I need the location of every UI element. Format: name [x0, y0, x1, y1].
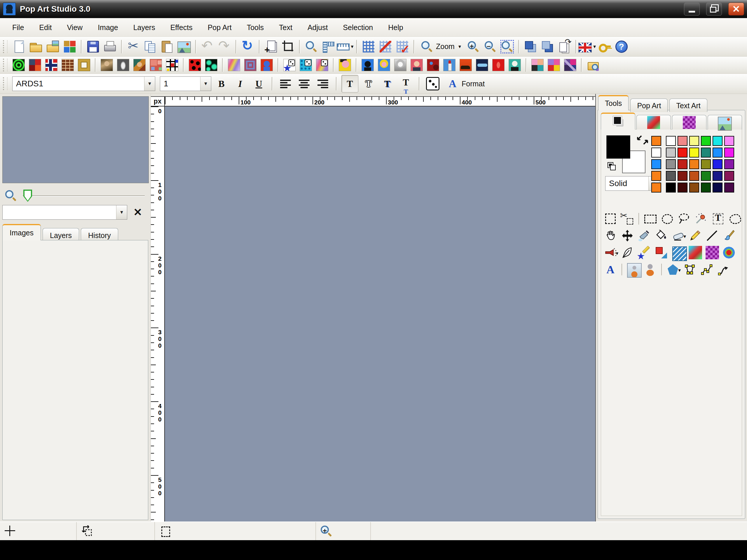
- palette-swatch[interactable]: [666, 171, 676, 181]
- zoom-out-button[interactable]: [482, 38, 499, 55]
- menu-item-image[interactable]: Image: [90, 18, 126, 36]
- insert-image-button[interactable]: [176, 38, 192, 55]
- brush-tool[interactable]: [722, 229, 736, 243]
- effect-che-blue-button[interactable]: [362, 59, 374, 71]
- menu-item-text[interactable]: Text: [272, 18, 300, 36]
- text-plain-button[interactable]: T: [341, 75, 358, 92]
- effect-car-red-button[interactable]: [460, 59, 472, 71]
- fill-tab-gradient-fill[interactable]: [637, 115, 671, 130]
- select-text-tool[interactable]: [711, 211, 725, 226]
- palette-swatch[interactable]: [724, 183, 734, 192]
- effect-ghost-button[interactable]: [117, 59, 129, 71]
- palette-swatch[interactable]: [651, 148, 661, 158]
- copy-button[interactable]: [142, 38, 159, 55]
- fill-tab-texture[interactable]: [707, 115, 742, 130]
- chevron-down-icon[interactable]: ▼: [677, 268, 681, 273]
- duplicate-page-button[interactable]: [556, 38, 573, 55]
- text-tool-tool[interactable]: A: [603, 262, 617, 277]
- palette-swatch[interactable]: [677, 148, 688, 158]
- effect-red-figure-button[interactable]: [492, 59, 505, 71]
- effect-mondrian-button[interactable]: [166, 59, 178, 71]
- images-panel-body[interactable]: [2, 240, 148, 520]
- palette-swatch[interactable]: [651, 183, 661, 192]
- rotate-button[interactable]: [239, 38, 256, 55]
- magic-wand-tool[interactable]: [694, 211, 708, 226]
- close-button[interactable]: [728, 3, 744, 16]
- shapes-tool[interactable]: [654, 245, 668, 260]
- art-pen-tool[interactable]: [620, 245, 634, 260]
- italic-button[interactable]: I: [232, 75, 249, 92]
- palette-swatch[interactable]: [689, 183, 699, 192]
- effect-browse-button[interactable]: [587, 59, 599, 71]
- grid-check-button[interactable]: [394, 38, 411, 55]
- palette-swatch[interactable]: [701, 171, 711, 181]
- effect-marilyn-gray-button[interactable]: [394, 59, 407, 71]
- palette-swatch[interactable]: [713, 171, 722, 181]
- paint-bucket-tool[interactable]: [654, 229, 668, 243]
- cut-button[interactable]: [125, 38, 142, 55]
- palette-swatch[interactable]: [713, 148, 722, 158]
- effect-marilyn-blue-button[interactable]: [378, 59, 390, 71]
- hand-tool[interactable]: [603, 229, 617, 243]
- gradient-fill-tool[interactable]: [688, 245, 702, 260]
- underline-button[interactable]: U: [250, 75, 267, 92]
- chevron-down-icon[interactable]: ▼: [615, 251, 619, 256]
- effect-lichtenstein-button[interactable]: [339, 59, 351, 71]
- marquee-rectangle-tool[interactable]: [643, 211, 657, 226]
- ruler-corner-button[interactable]: [320, 38, 337, 55]
- palette-swatch[interactable]: [701, 183, 711, 192]
- palette-swatch[interactable]: [713, 136, 722, 146]
- align-left-button[interactable]: [277, 75, 294, 92]
- tab-tools[interactable]: Tools: [598, 95, 628, 110]
- pattern-fill-tool[interactable]: [705, 245, 719, 260]
- chevron-down-icon[interactable]: ▼: [144, 77, 155, 91]
- order-backward-button[interactable]: [539, 38, 556, 55]
- new-page-button[interactable]: [263, 38, 280, 55]
- polygon-shape-tool[interactable]: ▼: [666, 262, 680, 277]
- crop-button[interactable]: [280, 38, 297, 55]
- paste-button[interactable]: [159, 38, 176, 55]
- zoom-slider-track[interactable]: [23, 195, 145, 196]
- palette-swatch[interactable]: [651, 171, 661, 181]
- text-size-button[interactable]: T: [397, 75, 414, 92]
- effect-quad-dark-button[interactable]: [564, 59, 576, 71]
- ruler-button[interactable]: ▼: [337, 38, 354, 55]
- palette-swatch[interactable]: [701, 136, 711, 146]
- effect-quad-pink-button[interactable]: [531, 59, 544, 71]
- new-button[interactable]: [10, 38, 27, 55]
- line-tool[interactable]: [705, 229, 719, 243]
- palette-swatch[interactable]: [689, 171, 699, 181]
- effect-quad-purple-button[interactable]: [548, 59, 560, 71]
- palette-swatch[interactable]: [713, 159, 722, 169]
- palette-swatch[interactable]: [666, 159, 676, 169]
- zoom-window-button[interactable]: [303, 38, 320, 55]
- palette-swatch[interactable]: [666, 148, 676, 158]
- canvas[interactable]: [165, 106, 595, 522]
- palette-swatch[interactable]: [689, 136, 699, 146]
- format-button[interactable]: AFormat: [443, 75, 488, 92]
- target-tool[interactable]: [722, 245, 736, 260]
- menu-item-adjust[interactable]: Adjust: [300, 18, 335, 36]
- palette-swatch[interactable]: [677, 136, 688, 146]
- grid-diagonal-button[interactable]: [377, 38, 394, 55]
- order-forward-button[interactable]: [522, 38, 539, 55]
- menu-item-pop-art[interactable]: Pop Art: [200, 18, 239, 36]
- toolbar-grip[interactable]: [3, 59, 7, 72]
- menu-item-view[interactable]: View: [59, 18, 90, 36]
- chevron-down-icon[interactable]: ▼: [682, 234, 687, 239]
- text-shadow-button[interactable]: T: [379, 75, 396, 92]
- palette-swatch[interactable]: [677, 159, 688, 169]
- portrait-tool[interactable]: [643, 262, 657, 277]
- palette-swatch[interactable]: [724, 159, 734, 169]
- menu-item-tools[interactable]: Tools: [239, 18, 272, 36]
- palette-swatch[interactable]: [724, 136, 734, 146]
- print-button[interactable]: [102, 38, 119, 55]
- magic-pen-tool[interactable]: [637, 245, 651, 260]
- palette-swatch[interactable]: [651, 159, 661, 169]
- restore-button[interactable]: [706, 3, 722, 16]
- eyedropper-tool[interactable]: [637, 229, 651, 243]
- select-free-tool[interactable]: [728, 211, 742, 226]
- menu-item-selection[interactable]: Selection: [335, 18, 381, 36]
- effect-mao-button[interactable]: [411, 59, 423, 71]
- palette-swatch[interactable]: [713, 183, 722, 192]
